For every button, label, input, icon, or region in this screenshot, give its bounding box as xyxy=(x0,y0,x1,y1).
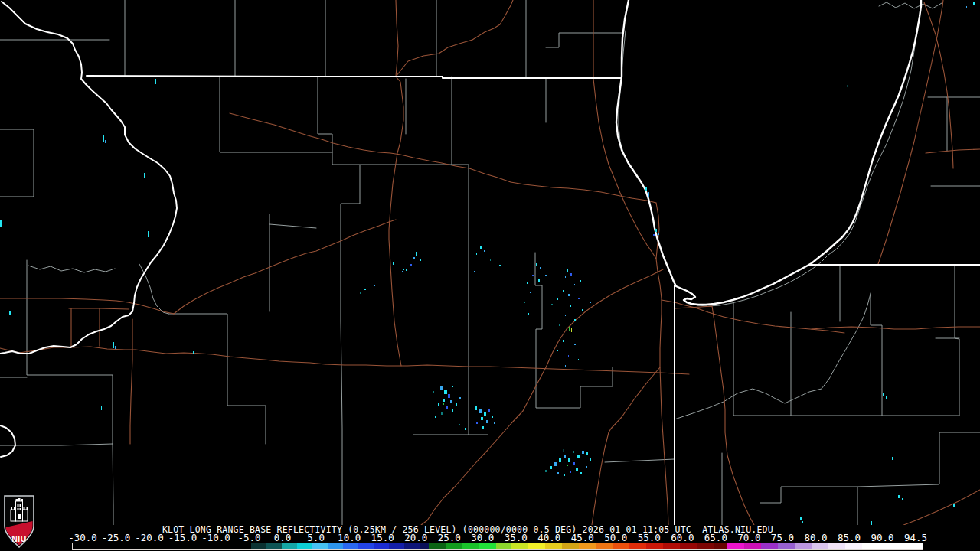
colorbar-segment xyxy=(828,543,845,549)
dbz-tick-label: 20.0 xyxy=(404,533,427,543)
colorbar-segment xyxy=(663,543,680,549)
dbz-tick-label: 0.0 xyxy=(274,533,292,543)
map-background xyxy=(0,0,980,551)
dbz-tick-label: -25.0 xyxy=(102,533,131,543)
colorbar-segment xyxy=(714,543,727,549)
colorbar-segment xyxy=(795,543,812,549)
colorbar-segment xyxy=(562,543,579,549)
colorbar-segment xyxy=(744,543,761,549)
colorbar-segment xyxy=(646,543,663,549)
dbz-tick-label: 94.5 xyxy=(904,533,927,543)
radar-map: NIU xyxy=(0,0,980,551)
colorbar-segment xyxy=(528,543,545,549)
colorbar-segment xyxy=(697,543,714,549)
colorbar-segment xyxy=(496,543,511,549)
colorbar-segment xyxy=(404,543,420,549)
colorbar-segment xyxy=(429,543,446,549)
dbz-tick-label: 65.0 xyxy=(704,533,727,543)
dbz-tick-label: -5.0 xyxy=(238,533,261,543)
colorbar-segment xyxy=(282,543,297,549)
colorbar-segment xyxy=(251,543,266,549)
colorbar-segment xyxy=(545,543,562,549)
dbz-tick-label: -10.0 xyxy=(201,533,230,543)
colorbar-segment xyxy=(845,543,862,549)
colorbar-segment xyxy=(812,543,828,549)
colorbar-segment xyxy=(312,543,328,549)
dbz-tick-label: 15.0 xyxy=(371,533,394,543)
colorbar-segment xyxy=(511,543,528,549)
colorbar-segment xyxy=(727,543,744,549)
dbz-tick-label: 5.0 xyxy=(307,533,325,543)
dbz-tick-label: 25.0 xyxy=(438,533,461,543)
dbz-tick-label: 30.0 xyxy=(471,533,494,543)
dbz-tick-label: 80.0 xyxy=(804,533,827,543)
dbz-tick-label: 85.0 xyxy=(838,533,861,543)
dbz-tick-label: 45.0 xyxy=(571,533,594,543)
dbz-tick-labels: -30.0-25.0-20.0-15.0-10.0-5.00.05.010.01… xyxy=(0,533,980,543)
dbz-tick-label: -20.0 xyxy=(135,533,164,543)
dbz-tick-label: 90.0 xyxy=(871,533,893,543)
dbz-tick-label: 70.0 xyxy=(737,533,760,543)
colorbar-segment xyxy=(680,543,697,549)
colorbar-segment xyxy=(761,543,778,549)
colorbar-segment xyxy=(446,543,462,549)
colorbar-segment xyxy=(778,543,795,549)
dbz-tick-label: 10.0 xyxy=(338,533,361,543)
radar-display: NIU KLOT LONG RANGE BASE REFLECTIVITY (0… xyxy=(0,0,980,551)
colorbar-segment xyxy=(358,543,374,549)
colorbar-segment xyxy=(73,543,251,549)
dbz-tick-label: 40.0 xyxy=(537,533,560,543)
colorbar-segment xyxy=(343,543,358,549)
colorbar-segment xyxy=(420,543,429,549)
colorbar-segment xyxy=(462,543,479,549)
dbz-tick-label: 35.0 xyxy=(505,533,528,543)
colorbar-segment xyxy=(389,543,404,549)
colorbar-segment xyxy=(629,543,646,549)
colorbar-segment xyxy=(374,543,389,549)
colorbar-segment xyxy=(596,543,612,549)
colorbar-segment xyxy=(579,543,596,549)
colorbar-segment xyxy=(297,543,312,549)
reflectivity-colorbar xyxy=(73,543,923,549)
dbz-tick-label: -30.0 xyxy=(68,533,97,543)
dbz-tick-label: 50.0 xyxy=(604,533,627,543)
colorbar-segment xyxy=(266,543,282,549)
colorbar-segment xyxy=(479,543,496,549)
dbz-tick-label: 75.0 xyxy=(771,533,794,543)
colorbar-segment xyxy=(862,543,923,549)
colorbar-segment xyxy=(328,543,343,549)
dbz-tick-label: 55.0 xyxy=(638,533,661,543)
colorbar-segment xyxy=(612,543,629,549)
dbz-tick-label: -15.0 xyxy=(168,533,198,543)
dbz-tick-label: 60.0 xyxy=(671,533,694,543)
